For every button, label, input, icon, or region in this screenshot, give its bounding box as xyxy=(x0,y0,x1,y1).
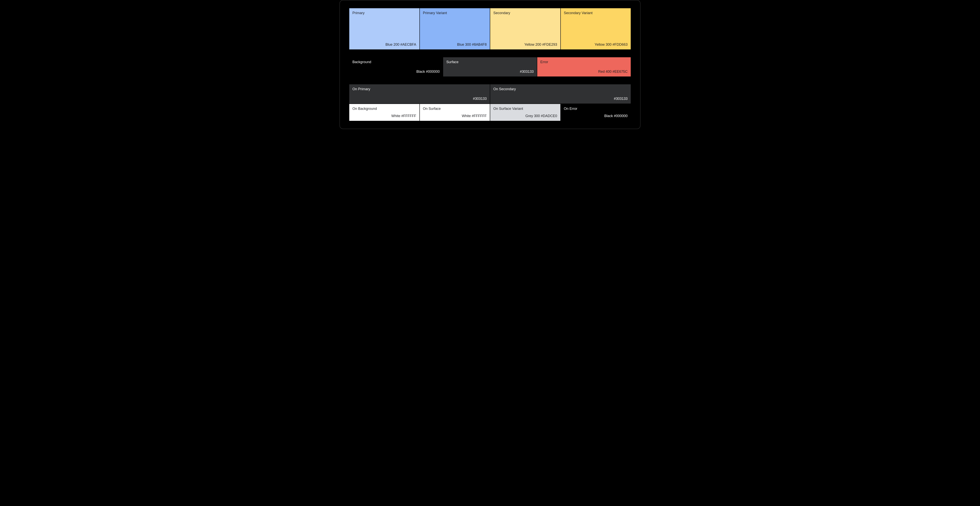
swatch-code: #303133 xyxy=(520,70,534,74)
swatch-primary: Primary Blue 200 #AECBFA xyxy=(349,8,420,49)
swatch-secondary-variant: Secondary Variant Yellow 300 #FDD663 xyxy=(561,8,631,49)
swatch-surface: Surface #303133 xyxy=(443,57,537,77)
swatch-name: On Primary xyxy=(352,87,487,91)
swatch-code: Blue 200 #AECBFA xyxy=(385,43,416,47)
palette-subrow-on-primary-secondary: On Primary #303133 On Secondary #303133 xyxy=(349,85,631,104)
swatch-code: #303133 xyxy=(614,97,628,101)
swatch-code: #303133 xyxy=(473,97,487,101)
swatch-name: Primary Variant xyxy=(423,11,487,15)
swatch-name: Error xyxy=(540,60,628,64)
swatch-code: Red 400 #EE675C xyxy=(598,70,628,74)
palette-row-theme: Primary Blue 200 #AECBFA Primary Variant… xyxy=(349,8,631,49)
swatch-name: Primary xyxy=(352,11,416,15)
swatch-name: Surface xyxy=(446,60,533,64)
swatch-on-secondary: On Secondary #303133 xyxy=(490,85,631,104)
swatch-code: White #FFFFFF xyxy=(462,114,487,118)
palette-subrow-on-surfaces: On Background White #FFFFFF On Surface W… xyxy=(349,104,631,121)
swatch-code: Yellow 200 #FDE293 xyxy=(524,43,557,47)
swatch-name: Background xyxy=(352,60,440,64)
swatch-name: On Background xyxy=(352,107,416,111)
color-palette-diagram: Primary Blue 200 #AECBFA Primary Variant… xyxy=(339,0,641,129)
swatch-on-error: On Error Black #000000 xyxy=(561,104,631,121)
swatch-secondary: Secondary Yellow 200 #FDE293 xyxy=(490,8,560,49)
swatch-on-primary: On Primary #303133 xyxy=(349,85,490,104)
swatch-code: White #FFFFFF xyxy=(391,114,416,118)
swatch-code: Yellow 300 #FDD663 xyxy=(595,43,628,47)
swatch-background: Background Black #000000 xyxy=(349,57,443,77)
swatch-error: Error Red 400 #EE675C xyxy=(537,57,631,77)
swatch-code: Grey 300 #DADCE0 xyxy=(525,114,557,118)
swatch-on-background: On Background White #FFFFFF xyxy=(349,104,420,121)
swatch-code: Blue 300 #8AB4F8 xyxy=(457,43,487,47)
swatch-name: On Error xyxy=(564,107,628,111)
swatch-name: Secondary Variant xyxy=(564,11,628,15)
palette-row-surfaces: Background Black #000000 Surface #303133… xyxy=(349,57,631,77)
swatch-primary-variant: Primary Variant Blue 300 #8AB4F8 xyxy=(420,8,490,49)
swatch-on-surface-variant: On Surface Variant Grey 300 #DADCE0 xyxy=(490,104,560,121)
swatch-name: On Secondary xyxy=(493,87,628,91)
swatch-name: Secondary xyxy=(493,11,557,15)
swatch-name: On Surface xyxy=(423,107,487,111)
swatch-name: On Surface Variant xyxy=(493,107,557,111)
swatch-code: Black #000000 xyxy=(416,70,440,74)
swatch-code: Black #000000 xyxy=(604,114,628,118)
palette-row-on-colors: On Primary #303133 On Secondary #303133 … xyxy=(349,85,631,121)
swatch-on-surface: On Surface White #FFFFFF xyxy=(420,104,490,121)
